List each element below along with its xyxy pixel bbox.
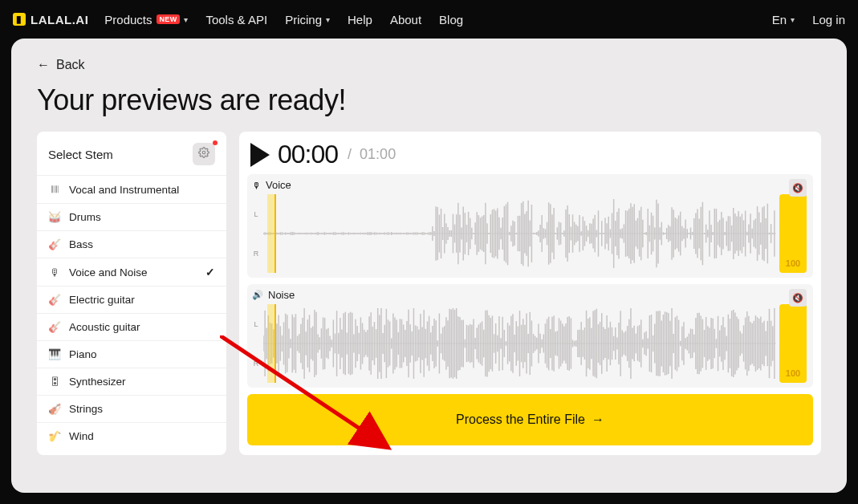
track-voice: 🎙 Voice 🔇 L R 100 xyxy=(247,174,813,278)
channel-r: R xyxy=(254,250,259,258)
stem-item-label: Wind xyxy=(69,430,94,442)
track-noise: 🔊 Noise 🔇 L R 100 xyxy=(247,284,813,388)
nav-pricing[interactable]: Pricing ▾ xyxy=(285,13,330,26)
stem-item-label: Electric guitar xyxy=(69,294,135,306)
settings-button[interactable] xyxy=(193,143,215,165)
stem-item-bass[interactable]: 🎸 Bass xyxy=(37,230,226,258)
channel-l: L xyxy=(254,320,258,328)
topbar-right: En ▾ Log in xyxy=(772,13,845,26)
login-label: Log in xyxy=(812,13,845,26)
svg-point-0 xyxy=(202,151,205,154)
mute-button[interactable]: 🔇 xyxy=(789,289,807,307)
mute-button[interactable]: 🔇 xyxy=(789,179,807,197)
brand-name: LALAL.AI xyxy=(30,13,88,26)
brand[interactable]: ▮ LALAL.AI xyxy=(13,13,88,26)
page-title: Your previews are ready! xyxy=(37,83,821,117)
track-label: Voice xyxy=(266,179,291,191)
process-entire-file-button[interactable]: Process the Entire File → xyxy=(247,394,813,445)
login-link[interactable]: Log in xyxy=(812,13,845,26)
nav-tools-label: Tools & API xyxy=(205,13,267,26)
volume-slider[interactable]: 100 xyxy=(779,304,807,383)
stem-item-acoustic-guitar[interactable]: 🎸 Acoustic guitar xyxy=(37,313,226,340)
volume-value: 100 xyxy=(786,258,800,268)
player-panel: 00:00 / 01:00 🎙 Voice 🔇 L R xyxy=(239,132,821,455)
process-label: Process the Entire File xyxy=(456,413,585,427)
badge-new: NEW xyxy=(157,14,181,24)
nav-help[interactable]: Help xyxy=(348,13,372,26)
page: ← Back Your previews are ready! Select S… xyxy=(11,39,847,493)
back-button[interactable]: ← Back xyxy=(37,58,821,72)
synth-icon: 🎛 xyxy=(48,376,61,388)
nav-blog[interactable]: Blog xyxy=(439,13,463,26)
nav-about-label: About xyxy=(390,13,421,26)
stem-item-label: Bass xyxy=(69,238,93,250)
acoustic-guitar-icon: 🎸 xyxy=(48,321,61,333)
track-header: 🔊 Noise xyxy=(252,289,807,301)
stem-item-label: Drums xyxy=(69,211,101,223)
volume-slider[interactable]: 100 xyxy=(779,194,807,273)
stem-item-label: Piano xyxy=(69,348,97,360)
waveform-noise[interactable] xyxy=(263,304,776,383)
nav-pricing-label: Pricing xyxy=(285,13,322,26)
strings-icon: 🎻 xyxy=(48,403,61,415)
track-body: L R 100 xyxy=(252,304,807,383)
track-label: Noise xyxy=(268,289,295,301)
voice-track-icon: 🎙 xyxy=(252,181,261,190)
stem-item-piano[interactable]: 🎹 Piano xyxy=(37,340,226,368)
mute-icon: 🔇 xyxy=(792,293,803,303)
sidebar-title: Select Stem xyxy=(48,148,113,161)
drums-icon: 🥁 xyxy=(48,211,61,223)
chevron-down-icon: ▾ xyxy=(326,15,330,24)
content: Select Stem ⦀⦀ Vocal and Instrumental 🥁 … xyxy=(37,132,821,455)
track-body: L R 100 xyxy=(252,194,807,273)
check-icon: ✓ xyxy=(205,266,215,278)
primary-nav: Products NEW ▾ Tools & API Pricing ▾ Hel… xyxy=(104,13,463,26)
chevron-down-icon: ▾ xyxy=(791,15,795,24)
stem-item-vocal-instrumental[interactable]: ⦀⦀ Vocal and Instrumental xyxy=(37,175,226,203)
nav-about[interactable]: About xyxy=(390,13,421,26)
stem-item-drums[interactable]: 🥁 Drums xyxy=(37,203,226,230)
waveform-voice[interactable] xyxy=(263,194,776,273)
playhead[interactable] xyxy=(274,304,276,383)
bass-icon: 🎸 xyxy=(48,238,61,250)
stem-item-strings[interactable]: 🎻 Strings xyxy=(37,395,226,422)
mic-icon: 🎙 xyxy=(48,266,61,278)
stem-item-synthesizer[interactable]: 🎛 Synthesizer xyxy=(37,368,226,395)
volume-value: 100 xyxy=(786,368,800,378)
back-label: Back xyxy=(56,58,85,72)
stem-item-label: Acoustic guitar xyxy=(69,321,140,333)
waveform-icon: ⦀⦀ xyxy=(48,183,61,196)
sidebar-header: Select Stem xyxy=(37,132,226,175)
stem-item-label: Synthesizer xyxy=(69,376,126,388)
mute-icon: 🔇 xyxy=(792,183,803,193)
nav-blog-label: Blog xyxy=(439,13,463,26)
brand-logo-icon: ▮ xyxy=(13,13,26,26)
stem-item-voice-noise[interactable]: 🎙 Voice and Noise ✓ xyxy=(37,258,226,286)
lang-label: En xyxy=(772,13,787,26)
nav-products[interactable]: Products NEW ▾ xyxy=(104,13,188,26)
track-header: 🎙 Voice xyxy=(252,179,807,191)
gear-icon xyxy=(198,147,209,161)
stem-item-label: Voice and Noise xyxy=(69,266,148,278)
stem-item-electric-guitar[interactable]: 🎸 Electric guitar xyxy=(37,286,226,313)
nav-help-label: Help xyxy=(348,13,372,26)
transport: 00:00 / 01:00 xyxy=(247,140,813,174)
stem-item-label: Vocal and Instrumental xyxy=(69,184,179,196)
piano-icon: 🎹 xyxy=(48,348,61,360)
time-separator: / xyxy=(348,146,352,163)
channel-l: L xyxy=(254,210,258,218)
stem-item-label: Strings xyxy=(69,403,103,415)
stem-item-wind[interactable]: 🎷 Wind xyxy=(37,422,226,449)
arrow-left-icon: ← xyxy=(37,58,50,72)
playhead[interactable] xyxy=(274,194,276,273)
chevron-down-icon: ▾ xyxy=(184,15,188,24)
noise-track-icon: 🔊 xyxy=(252,290,263,300)
channel-labels: L R xyxy=(252,194,260,273)
play-button[interactable] xyxy=(250,143,270,167)
lang-selector[interactable]: En ▾ xyxy=(772,13,795,26)
channel-r: R xyxy=(254,360,259,368)
time-current: 00:00 xyxy=(278,140,338,169)
nav-tools[interactable]: Tools & API xyxy=(205,13,267,26)
stem-list: ⦀⦀ Vocal and Instrumental 🥁 Drums 🎸 Bass… xyxy=(37,175,226,449)
electric-guitar-icon: 🎸 xyxy=(48,294,61,306)
